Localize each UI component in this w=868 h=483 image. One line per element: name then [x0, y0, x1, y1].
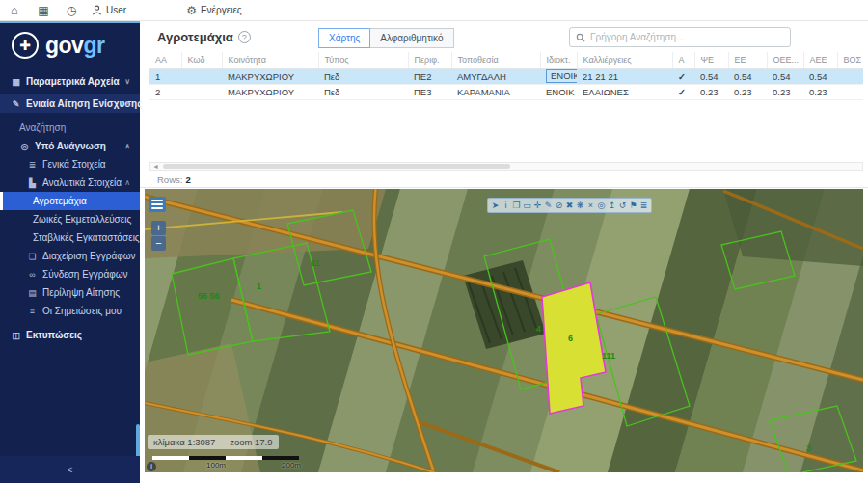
undo-icon[interactable]: ↺ [617, 199, 628, 212]
upload-icon[interactable]: ↥ [607, 199, 617, 212]
chevron-up-icon: ∧ [124, 99, 130, 108]
delete-icon[interactable]: ✖ [564, 199, 575, 212]
alphanumeric-view-button[interactable]: Αλφαριθμητικό [370, 28, 453, 48]
col-aa[interactable]: ΑΑ [149, 52, 181, 68]
chevron-up-icon: ∧ [124, 142, 130, 150]
sidebar-item-stavlikes-egkatastaseis[interactable]: Σταβλικές Εγκαταστάσεις [0, 228, 140, 247]
history-icon[interactable]: ◷ [65, 0, 78, 21]
parcels-table: ΑΑ Κωδ Κοινότητα Τύπος Περιφ. Τοποθεσία … [149, 52, 863, 100]
sidebar-item-ektyposeis[interactable]: ◫ Εκτυπώσεις [0, 326, 140, 344]
check-icon: ✓ [672, 68, 694, 84]
col-kod[interactable]: Κωδ [181, 52, 222, 68]
sidebar-item-perilipsi-aitisis[interactable]: ▤ Περίληψη Αίτησης [0, 283, 140, 302]
help-icon[interactable]: ? [238, 31, 251, 43]
col-topothesia[interactable]: Τοποθεσία [451, 52, 540, 68]
layers-icon[interactable]: ≣ [638, 199, 649, 212]
table-horizontal-scrollbar[interactable]: ◄ [149, 162, 863, 171]
parcel-label: 6 [568, 334, 573, 343]
scroll-left-icon[interactable]: ◄ [150, 163, 161, 170]
search-icon [576, 33, 585, 42]
col-a[interactable]: Α [672, 52, 694, 68]
sidebar-menu: ▦ Παραμετρικά Αρχεία ∨ ✎ Ενιαία Αίτηση Ε… [0, 72, 140, 344]
spray-icon[interactable]: ❋ [575, 199, 585, 212]
parcel-label: 4 [536, 324, 541, 334]
scale-label-100m: 100m [206, 461, 226, 470]
sidebar-item-syndesi-eggrafon[interactable]: ∞ Σύνδεση Εγγράφων [0, 265, 140, 283]
pan-icon[interactable]: ✛ [532, 199, 543, 212]
user-label: User [106, 5, 126, 15]
actions-menu[interactable]: ⚙ Ενέργειες [186, 4, 242, 17]
user-icon [92, 5, 102, 15]
satellite-imagery: 56 56 1 11 4 6 111 3 [145, 189, 863, 472]
info-icon[interactable]: i [501, 199, 511, 212]
search-input[interactable] [590, 32, 784, 42]
user-menu[interactable]: User [92, 5, 126, 15]
close-icon[interactable]: × [585, 199, 596, 212]
document-icon: ❏ [26, 252, 39, 261]
parcel-label: 111 [602, 351, 615, 361]
eraser-icon[interactable]: ⊘ [554, 199, 564, 212]
copy-icon[interactable]: ❐ [511, 199, 522, 212]
sidebar-item-eniaia-aitisi[interactable]: ✎ Ενιαία Αίτηση Ενίσχυσης ∧ [0, 94, 140, 113]
col-oee[interactable]: ΟΕΕ... [767, 52, 803, 68]
col-ee[interactable]: ΕΕ [728, 52, 767, 68]
col-vos[interactable]: ΒΟΣ [837, 52, 863, 68]
table-row[interactable]: 1 ΜΑΚΡΥΧΩΡΙΟΥ Πεδ ΠΕ2 ΑΜΥΓΔΑΛΗ ΕΝΟΙΚ 21 … [149, 68, 863, 84]
divider [140, 187, 868, 188]
sidebar-item-anazitisi[interactable]: Αναζήτηση [0, 119, 140, 137]
hand-pointer-icon[interactable]: ➤ [490, 199, 501, 212]
col-idiokt[interactable]: Ιδιοκτ. [540, 52, 577, 68]
eye-icon: ◎ [18, 142, 31, 151]
notes-icon: ≡ [26, 307, 39, 316]
owner-cell-focused[interactable]: ΕΝΟΙΚ [546, 69, 577, 83]
map-zoom-control: + − [151, 221, 166, 251]
sidebar-item-genika-stoixeia[interactable]: ≣ Γενικά Στοιχεία [0, 155, 140, 174]
home-icon[interactable]: ⌂ [8, 0, 21, 21]
scrollbar-thumb[interactable] [163, 164, 510, 169]
apps-grid-icon[interactable]: ▦ [37, 0, 50, 21]
map-scale-text: κλίμακα 1:3087 — zoom 17.9 [148, 435, 279, 449]
parcel-label: 3 [806, 443, 811, 453]
list-icon: ≣ [26, 160, 39, 170]
sidebar-item-zoikes-ekmetalleuseis[interactable]: Ζωικές Εκμεταλλεύσεις [0, 210, 140, 228]
actions-label: Ενέργειες [201, 5, 242, 15]
map-view-button[interactable]: Χάρτης [318, 28, 370, 48]
parcel-label: 11 [311, 258, 320, 268]
printer-icon: ◫ [10, 331, 22, 340]
map-layers-menu-button[interactable] [149, 197, 166, 212]
col-koinotita[interactable]: Κοινότητα [222, 52, 318, 68]
sidebar-collapse-button[interactable]: < [0, 456, 140, 483]
select-rectangle-icon[interactable]: ▭ [522, 199, 532, 212]
table-icon: ▤ [26, 288, 39, 298]
sidebar-item-ypo-anagnosi[interactable]: ◎ Υπό Ανάγνωση ∧ [0, 137, 140, 155]
sidebar-item-agrotemaxia[interactable]: Αγροτεμάχια [0, 192, 140, 210]
zoom-in-button[interactable]: + [151, 221, 166, 235]
parcel-label: 56 56 [198, 291, 220, 301]
sidebar-item-diaxeirisi-eggrafon[interactable]: ❏ Διαχείριση Εγγράφων [0, 247, 140, 265]
map-canvas[interactable]: 56 56 1 11 4 6 111 3 + − ➤ i ❐ ▭ ✛ ✎ ⊘ ✖ [145, 189, 863, 472]
rows-count: Rows:2 [157, 174, 191, 185]
page-title: Αγροτεμάχια ? [157, 30, 251, 44]
sidebar-accent-line [0, 21, 140, 23]
col-aee[interactable]: ΑΕΕ [803, 52, 837, 68]
top-bar: ⌂ ▦ ◷ User ⚙ Ενέργειες [0, 0, 868, 21]
pin-icon[interactable]: ⚑ [628, 199, 638, 212]
sidebar-item-analytika-stoixeia[interactable]: ▙ Αναλυτικά Στοιχεία ∧ [0, 174, 140, 192]
col-typos[interactable]: Τύπος [318, 52, 408, 68]
pencil-icon[interactable]: ✎ [543, 199, 554, 212]
col-pse[interactable]: ΨΕ [694, 52, 728, 68]
grid-icon: ▦ [10, 77, 22, 87]
col-kalliergeies[interactable]: Καλλιέργειες [577, 52, 672, 68]
link-icon: ∞ [26, 270, 39, 280]
view-toggle: Χάρτης Αλφαριθμητικό [318, 28, 454, 48]
zoom-out-button[interactable]: − [151, 236, 166, 251]
sidebar-item-oi-simeioseis-mou[interactable]: ≡ Οι Σημειώσεις μου [0, 302, 140, 320]
logo-gov: gov [45, 33, 83, 58]
main-content: Αγροτεμάχια ? Χάρτης Αλφαριθμητικό ΑΑ Κω… [140, 21, 868, 483]
col-perif[interactable]: Περιφ. [408, 52, 451, 68]
sidebar-item-parametrika-arxeia[interactable]: ▦ Παραμετρικά Αρχεία ∨ [0, 72, 140, 91]
attribution-icon[interactable]: i [147, 462, 156, 471]
table-row[interactable]: 2 ΜΑΚΡΥΧΩΡΙΟΥ Πεδ ΠΕ3 ΚΑΡΑΜΑΝΙΑ ΕΝΟΙΚ ΕΛ… [149, 84, 863, 99]
table-header-row: ΑΑ Κωδ Κοινότητα Τύπος Περιφ. Τοποθεσία … [149, 52, 863, 68]
target-icon[interactable]: ◎ [596, 199, 607, 212]
